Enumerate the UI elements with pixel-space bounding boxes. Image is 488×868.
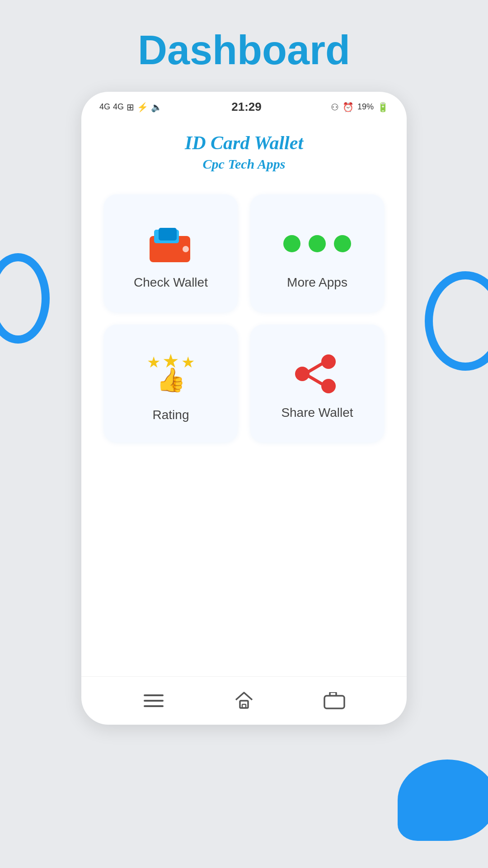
- back-icon: [324, 692, 345, 709]
- usb-icon: ⚡: [137, 102, 148, 113]
- status-right-icons: ⚇ ⏰ 19% 🔋: [331, 102, 389, 113]
- app-subtitle: Cpc Tech Apps: [90, 156, 398, 172]
- share-wallet-card[interactable]: Share Wallet: [250, 325, 384, 442]
- check-wallet-card[interactable]: Check Wallet: [104, 194, 238, 312]
- hamburger-icon: [144, 694, 164, 707]
- signal-icon: 4G: [99, 102, 110, 112]
- volume-icon: 🔈: [151, 102, 162, 113]
- dashboard-grid: Check Wallet More Apps ★ ★ ★ 👍: [81, 181, 407, 456]
- svg-point-5: [295, 367, 310, 381]
- app-title: ID Card Wallet: [90, 132, 398, 154]
- bottom-nav: [81, 676, 407, 725]
- network-icon: ⊞: [127, 102, 134, 113]
- svg-point-4: [321, 354, 336, 369]
- status-bar: 4G 4G ⊞ ⚡ 🔈 21:29 ⚇ ⏰ 19% 🔋: [81, 92, 407, 118]
- home-icon: [234, 691, 254, 711]
- share-wallet-icon: [290, 351, 344, 396]
- rating-label: Rating: [153, 408, 189, 422]
- bg-circle-left: [0, 253, 50, 344]
- phone-spacer: [81, 456, 407, 676]
- nav-back-button[interactable]: [321, 689, 348, 712]
- bg-blob-bottom-right: [398, 760, 488, 841]
- status-left-icons: 4G 4G ⊞ ⚡ 🔈: [99, 102, 162, 113]
- dot-2: [309, 235, 326, 252]
- svg-point-6: [321, 379, 336, 393]
- more-apps-icon: [290, 221, 344, 266]
- nav-menu-button[interactable]: [140, 689, 167, 712]
- svg-point-3: [183, 246, 189, 252]
- svg-rect-2: [159, 228, 177, 241]
- check-wallet-label: Check Wallet: [134, 275, 208, 290]
- battery-icon: 🔋: [377, 102, 389, 113]
- signal-icon-2: 4G: [113, 102, 124, 112]
- more-apps-label: More Apps: [287, 275, 347, 290]
- phone-frame: 4G 4G ⊞ ⚡ 🔈 21:29 ⚇ ⏰ 19% 🔋 ID Card Wall…: [81, 92, 407, 725]
- rating-card[interactable]: ★ ★ ★ 👍 Rating: [104, 325, 238, 442]
- dot-1: [283, 235, 300, 252]
- more-apps-card[interactable]: More Apps: [250, 194, 384, 312]
- svg-line-7: [309, 364, 322, 372]
- battery-text: 19%: [357, 102, 374, 112]
- bluetooth-icon: ⚇: [331, 102, 339, 113]
- thumbs-up-icon: 👍: [156, 366, 186, 394]
- page-title: Dashboard: [138, 27, 350, 74]
- rating-icon: ★ ★ ★ 👍: [144, 349, 198, 399]
- share-wallet-label: Share Wallet: [281, 406, 353, 420]
- svg-line-8: [309, 376, 322, 384]
- status-time: 21:29: [231, 100, 262, 114]
- svg-rect-10: [242, 704, 246, 708]
- dot-3: [334, 235, 351, 252]
- dots-container: [283, 235, 351, 252]
- app-header: ID Card Wallet Cpc Tech Apps: [81, 118, 407, 181]
- check-wallet-icon: [144, 221, 198, 266]
- bg-circle-right: [425, 271, 488, 371]
- nav-home-button[interactable]: [230, 689, 258, 712]
- svg-rect-11: [324, 696, 344, 708]
- alarm-icon: ⏰: [343, 102, 354, 113]
